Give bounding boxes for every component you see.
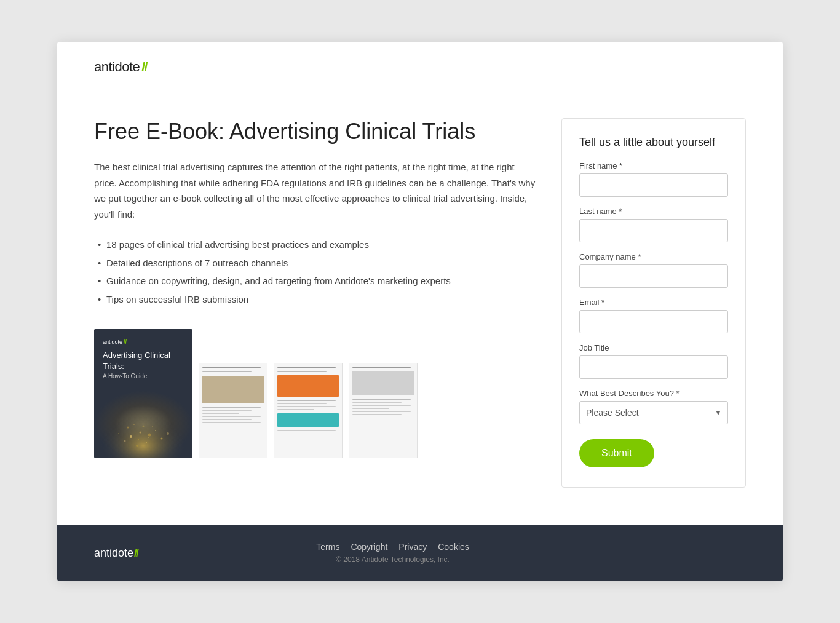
svg-point-15 bbox=[138, 439, 139, 440]
footer: antidote // Terms Copyright Privacy Cook… bbox=[57, 525, 783, 581]
submit-button[interactable]: Submit bbox=[579, 439, 654, 467]
preview-page-4 bbox=[349, 363, 418, 458]
svg-point-11 bbox=[127, 427, 129, 429]
svg-point-13 bbox=[133, 424, 135, 425]
job-title-input[interactable] bbox=[579, 355, 728, 379]
first-name-input[interactable] bbox=[579, 173, 728, 197]
book-cover: antidote // Advertising Clinical Trials:… bbox=[94, 329, 192, 458]
logo-text: antidote bbox=[94, 59, 140, 75]
job-title-group: Job Title bbox=[579, 343, 728, 379]
describes-label: What Best Describes You? * bbox=[579, 389, 728, 398]
book-subtitle: A How-To Guide bbox=[103, 373, 184, 379]
select-wrapper: Please Select Researcher Sponsor CRO Sit… bbox=[579, 401, 728, 424]
company-name-input[interactable] bbox=[579, 264, 728, 288]
footer-link-privacy[interactable]: Privacy bbox=[398, 542, 427, 552]
footer-center: Terms Copyright Privacy Cookies © 2018 A… bbox=[316, 542, 469, 564]
describes-group: What Best Describes You? * Please Select… bbox=[579, 389, 728, 424]
job-title-label: Job Title bbox=[579, 343, 728, 352]
preview-page-2 bbox=[199, 363, 267, 458]
first-name-label: First name * bbox=[579, 161, 728, 170]
footer-logo: antidote // bbox=[94, 547, 138, 560]
svg-point-10 bbox=[167, 432, 169, 435]
first-name-group: First name * bbox=[579, 161, 728, 197]
last-name-group: Last name * bbox=[579, 207, 728, 242]
describes-select[interactable]: Please Select Researcher Sponsor CRO Sit… bbox=[579, 401, 728, 424]
svg-point-0 bbox=[100, 409, 186, 458]
list-item: 18 pages of clinical trial advertising b… bbox=[94, 237, 537, 253]
svg-point-5 bbox=[161, 438, 163, 440]
footer-link-cookies[interactable]: Cookies bbox=[438, 542, 469, 552]
svg-point-8 bbox=[146, 442, 147, 443]
company-name-label: Company name * bbox=[579, 252, 728, 261]
footer-link-terms[interactable]: Terms bbox=[316, 542, 339, 552]
svg-point-9 bbox=[118, 433, 119, 434]
book-cover-art bbox=[94, 391, 192, 458]
footer-logo-text: antidote bbox=[94, 547, 133, 560]
footer-copyright: © 2018 Antidote Technologies, Inc. bbox=[316, 555, 469, 564]
footer-link-copyright[interactable]: Copyright bbox=[351, 542, 387, 552]
main-content: Free E-Book: Advertising Clinical Trials… bbox=[57, 87, 783, 525]
svg-point-1 bbox=[130, 435, 132, 438]
svg-point-7 bbox=[136, 445, 138, 447]
email-label: Email * bbox=[579, 298, 728, 307]
list-item: Detailed descriptions of 7 outreach chan… bbox=[94, 255, 537, 271]
footer-links: Terms Copyright Privacy Cookies bbox=[316, 542, 469, 552]
last-name-label: Last name * bbox=[579, 207, 728, 216]
book-title: Advertising Clinical Trials: bbox=[103, 350, 184, 372]
list-item: Tips on successful IRB submission bbox=[94, 292, 537, 308]
form-panel: Tell us a little about yourself First na… bbox=[561, 118, 746, 488]
logo-slashes: // bbox=[141, 59, 146, 75]
page-wrapper: antidote // Free E-Book: Advertising Cli… bbox=[57, 42, 783, 581]
email-group: Email * bbox=[579, 298, 728, 333]
email-input[interactable] bbox=[579, 310, 728, 333]
list-item: Guidance on copywriting, design, and ad … bbox=[94, 273, 537, 289]
book-previews: antidote // Advertising Clinical Trials:… bbox=[94, 329, 537, 458]
bullet-list: 18 pages of clinical trial advertising b… bbox=[94, 237, 537, 307]
svg-point-2 bbox=[140, 432, 141, 434]
footer-logo-slashes: // bbox=[134, 547, 138, 560]
book-logo-slashes: // bbox=[124, 339, 127, 345]
preview-page-3 bbox=[274, 363, 343, 458]
page-title: Free E-Book: Advertising Clinical Trials bbox=[94, 118, 537, 145]
svg-point-16 bbox=[148, 437, 149, 438]
book-logo: antidote // bbox=[103, 339, 184, 345]
form-title: Tell us a little about yourself bbox=[579, 136, 728, 149]
header: antidote // bbox=[57, 42, 783, 75]
page-description: The best clinical trial advertising capt… bbox=[94, 159, 537, 222]
svg-point-6 bbox=[155, 430, 156, 431]
svg-point-4 bbox=[124, 440, 126, 442]
svg-point-3 bbox=[148, 434, 151, 437]
book-logo-text: antidote bbox=[103, 339, 122, 345]
logo: antidote // bbox=[94, 59, 746, 75]
company-name-group: Company name * bbox=[579, 252, 728, 288]
svg-point-12 bbox=[152, 426, 153, 427]
last-name-input[interactable] bbox=[579, 219, 728, 242]
svg-point-14 bbox=[143, 426, 145, 427]
left-col: Free E-Book: Advertising Clinical Trials… bbox=[94, 118, 537, 458]
